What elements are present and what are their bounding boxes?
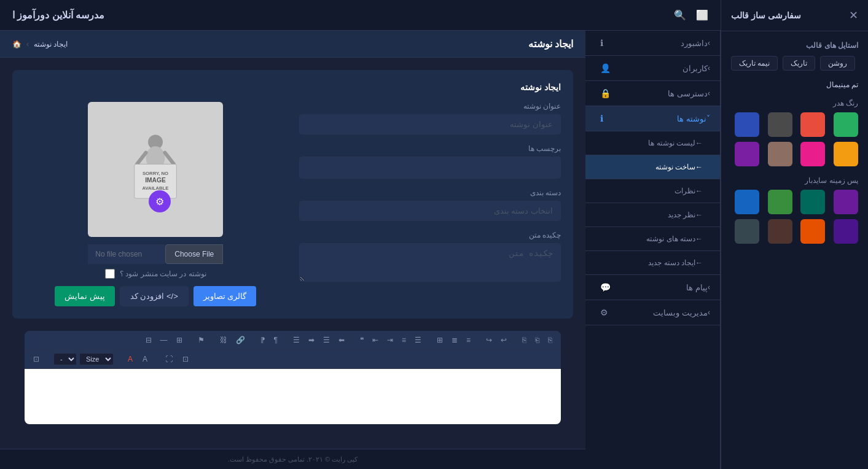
color-swatch-pink[interactable] [800, 142, 825, 166]
title-input[interactable] [299, 114, 561, 134]
toolbar-para[interactable]: ¶ [270, 333, 281, 347]
category-input[interactable] [299, 201, 561, 221]
sidebar-item-messages[interactable]: › پیام ها 💬 [585, 275, 720, 300]
styles-section-label: استایل های قالب [731, 41, 858, 50]
toolbar-source[interactable]: ⊡ [29, 352, 43, 366]
create-post-card: ایجاد نوشته عنوان نوشته برچسب ها [12, 70, 573, 319]
color-swatch-red[interactable] [800, 112, 825, 137]
gallery-button[interactable]: گالری تصاویر [194, 286, 257, 306]
toolbar-list-ul[interactable]: ☰ [411, 333, 425, 347]
color-swatch-blue[interactable] [735, 112, 759, 137]
color-swatch-orange[interactable] [834, 142, 858, 166]
toolbar-align-left[interactable]: ⬅ [335, 333, 348, 347]
toolbar-format1[interactable]: ≡ [463, 333, 474, 347]
toolbar-list-ol[interactable]: ≡ [398, 333, 410, 347]
sidebar-arrow-access: › [708, 89, 710, 98]
toolbar-special[interactable]: ⊟ [142, 333, 155, 347]
home-icon[interactable]: 🏠 [12, 40, 22, 48]
add-code-button[interactable]: </> افزودن کد [120, 286, 189, 306]
publish-checkbox[interactable] [105, 269, 115, 279]
tags-input[interactable] [299, 157, 561, 179]
sidebar-item-access[interactable]: › دسترسی ها 🔒 [585, 81, 720, 106]
messages-icon: 💬 [600, 282, 611, 292]
toolbar-copy[interactable]: ⎘ [544, 333, 556, 347]
floating-gear-button[interactable]: ⚙ [149, 190, 171, 212]
label-new-comment: نظر جدید [595, 211, 695, 219]
search-icon[interactable]: 🔍 [674, 9, 686, 21]
style-tabs: روشن تاریک نیمه تاریک [731, 56, 858, 71]
sidebar-item-site-management[interactable]: › مدیریت وبسایت ⚙ [585, 300, 720, 325]
toolbar-blockquote[interactable]: ❝ [356, 333, 367, 347]
footer-text: کپی رایت © ۲۰۲۱. تمامی حقوق محفوظ است. [228, 455, 358, 463]
no-file-label: No file chosen [88, 244, 165, 264]
toolbar-flag[interactable]: ⚑ [194, 333, 208, 347]
sidebar-item-post-categories[interactable]: ← دسته های نوشته [585, 227, 720, 250]
title-label: عنوان نوشته [299, 102, 561, 110]
sidebar-item-posts-create[interactable]: ← ساخت نوشته [585, 155, 720, 179]
font-size-select[interactable]: Size [79, 353, 114, 365]
toolbar-unlink[interactable]: ⛓ [216, 333, 231, 347]
toolbar-font-color[interactable]: A [124, 352, 136, 366]
toolbar-outdent[interactable]: ⇤ [369, 333, 382, 347]
no-image-placeholder: SORRY, NO IMAGE AVAILABLE [88, 102, 223, 237]
breadcrumb-bar: ایجاد نوشته ایجاد نوشته › 🏠 [0, 31, 585, 58]
color-swatch-gray[interactable] [768, 112, 792, 137]
preview-button[interactable]: پیش نمایش [55, 286, 115, 306]
bg-swatch-dark-purple[interactable] [834, 219, 858, 244]
sidebar-label-posts: نوشته ها [603, 114, 706, 123]
bg-swatch-blue[interactable] [735, 190, 759, 214]
toolbar-align-right[interactable]: ➡ [305, 333, 318, 347]
font-family-select[interactable]: - [53, 353, 77, 365]
breadcrumb-separator: › [26, 40, 29, 48]
toolbar-bg-color[interactable]: A [139, 352, 151, 366]
sidebar-item-comments[interactable]: ← نظرات [585, 179, 720, 203]
color-swatch-purple[interactable] [735, 142, 759, 166]
svg-line-3 [165, 153, 174, 165]
bg-swatch-purple[interactable] [834, 190, 858, 214]
sidebar-item-dashboard[interactable]: › داشبورد ℹ [585, 31, 720, 55]
toolbar-copy2[interactable]: ⎘ [518, 333, 530, 347]
toolbar-align-center[interactable]: ☰ [319, 333, 334, 347]
sidebar-item-users[interactable]: › کاربران 👤 [585, 56, 720, 80]
toolbar-indent[interactable]: ⇥ [383, 333, 397, 347]
bg-swatch-orange[interactable] [800, 219, 825, 244]
form-two-col: عنوان نوشته برچسب ها دسته بندی [25, 102, 561, 306]
sidebar-label-messages: پیام ها [611, 283, 708, 292]
page-title: ایجاد نوشته [528, 38, 573, 50]
bg-swatch-green[interactable] [768, 190, 792, 214]
editor-body[interactable] [25, 369, 561, 424]
theme-row: تم مینیمال [731, 80, 858, 89]
toolbar-grid[interactable]: ⊞ [433, 333, 447, 347]
toolbar-source2[interactable]: ⊡ [179, 352, 192, 366]
bg-swatch-brown[interactable] [768, 219, 792, 244]
toolbar-para2[interactable]: ⁋ [257, 333, 269, 347]
sidebar-item-posts-list[interactable]: ← لیست نوشته ها [585, 131, 720, 155]
bg-swatch-teal[interactable] [800, 190, 825, 214]
sidebar-item-posts[interactable]: ˅ نوشته ها ℹ [585, 106, 720, 131]
toolbar-format2[interactable]: ≣ [448, 333, 461, 347]
file-input-row: Choose File No file chosen [88, 244, 223, 264]
sidebar-item-new-comment[interactable]: ← نظر جدید [585, 203, 720, 227]
bg-swatch-slate[interactable] [735, 219, 759, 244]
toolbar-fullscreen[interactable]: ⛶ [162, 352, 176, 366]
summary-input[interactable] [299, 243, 561, 282]
sidebar-item-new-category[interactable]: ← ایجاد دسته جدید [585, 250, 720, 274]
close-panel-button[interactable]: ✕ [849, 9, 858, 22]
toolbar-hr[interactable]: — [157, 333, 171, 347]
toolbar-justify[interactable]: ☰ [289, 333, 303, 347]
arrow-new-comment: ← [695, 211, 703, 219]
style-tab-dark[interactable]: تاریک [783, 56, 815, 71]
color-swatch-green[interactable] [834, 112, 858, 137]
toolbar-table[interactable]: ⊞ [173, 333, 186, 347]
choose-file-button[interactable]: Choose File [165, 244, 223, 264]
info-icon-posts: ℹ [600, 114, 603, 123]
card-title: ایجاد نوشته [25, 82, 561, 92]
toolbar-paste[interactable]: ⎗ [531, 333, 543, 347]
color-swatch-brown[interactable] [768, 142, 792, 166]
toolbar-link[interactable]: 🔗 [232, 333, 249, 347]
toolbar-undo[interactable]: ↩ [497, 333, 510, 347]
style-tab-light[interactable]: روشن [820, 56, 855, 71]
toolbar-redo[interactable]: ↪ [482, 333, 496, 347]
style-tab-semi-dark[interactable]: نیمه تاریک [731, 56, 778, 71]
bookmark-icon[interactable]: ⬜ [696, 9, 708, 21]
